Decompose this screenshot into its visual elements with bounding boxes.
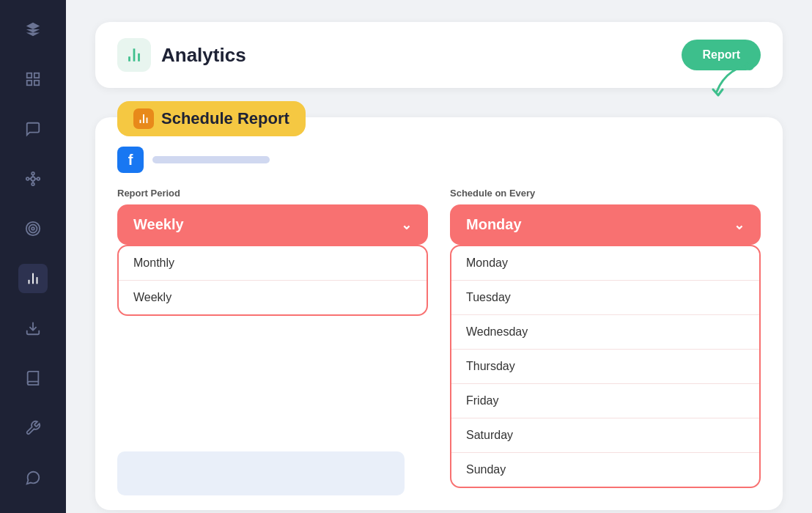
sidebar-item-support[interactable] — [18, 463, 48, 492]
schedule-header-badge: Schedule Report — [117, 101, 306, 136]
schedule-report-title: Schedule Report — [161, 109, 289, 128]
schedule-list: Monday Tuesday Wednesday Thursday Friday… — [450, 245, 761, 488]
sidebar-item-dashboard[interactable] — [18, 64, 48, 94]
sidebar — [0, 0, 66, 513]
day-option-wednesday[interactable]: Wednesday — [451, 315, 759, 350]
day-option-monday[interactable]: Monday — [451, 246, 759, 281]
svg-point-5 — [26, 177, 29, 180]
sidebar-item-tools[interactable] — [18, 413, 48, 443]
bar-chart-icon — [125, 45, 144, 64]
sidebar-item-target[interactable] — [18, 214, 48, 243]
facebook-icon: f — [117, 147, 144, 173]
analytics-left: Analytics — [117, 38, 246, 72]
report-period-list: Monthly Weekly — [117, 245, 428, 316]
report-period-select[interactable]: Weekly ⌄ — [117, 204, 428, 245]
schedule-on-every-col: Schedule on Every Monday ⌄ Monday Tuesda… — [450, 188, 761, 488]
svg-point-7 — [32, 172, 34, 175]
blue-overlay — [117, 451, 405, 495]
svg-point-6 — [37, 177, 40, 180]
analytics-icon-wrap — [117, 38, 151, 72]
schedule-chevron: ⌄ — [734, 217, 745, 233]
report-period-chevron: ⌄ — [401, 217, 412, 233]
report-period-col: Report Period Weekly ⌄ Monthly Weekly — [117, 188, 428, 316]
facebook-row: f — [117, 147, 761, 173]
main-content: Analytics Report Schedule Report f — [66, 0, 812, 513]
day-option-tuesday[interactable]: Tuesday — [451, 281, 759, 315]
svg-point-8 — [32, 183, 34, 186]
day-option-thursday[interactable]: Thursday — [451, 350, 759, 384]
schedule-label: Schedule on Every — [450, 188, 761, 199]
svg-point-14 — [29, 225, 37, 233]
report-period-label: Report Period — [117, 188, 428, 199]
period-option-weekly[interactable]: Weekly — [119, 281, 427, 314]
sidebar-item-analytics[interactable] — [18, 264, 48, 293]
badge-icon — [133, 108, 154, 129]
day-option-saturday[interactable]: Saturday — [451, 418, 759, 453]
report-period-value: Weekly — [133, 216, 184, 233]
svg-point-15 — [32, 227, 34, 230]
analytics-card: Analytics Report — [95, 22, 783, 88]
svg-rect-3 — [34, 81, 39, 85]
analytics-title: Analytics — [161, 44, 246, 67]
day-option-sunday[interactable]: Sunday — [451, 453, 759, 487]
sidebar-item-chat[interactable] — [18, 114, 48, 144]
sidebar-item-download[interactable] — [18, 314, 48, 343]
svg-rect-2 — [27, 81, 32, 85]
report-button[interactable]: Report — [682, 40, 761, 70]
period-option-monthly[interactable]: Monthly — [119, 246, 427, 281]
sidebar-item-library[interactable] — [18, 363, 48, 393]
svg-point-4 — [31, 177, 35, 181]
sidebar-item-navigation[interactable] — [18, 15, 48, 44]
day-option-friday[interactable]: Friday — [451, 384, 759, 418]
schedule-panel: Schedule Report f Report Period Weekly ⌄… — [95, 117, 783, 510]
schedule-value: Monday — [466, 216, 522, 233]
svg-rect-0 — [27, 73, 32, 78]
schedule-select[interactable]: Monday ⌄ — [450, 204, 761, 245]
svg-rect-1 — [34, 73, 39, 78]
sidebar-item-network[interactable] — [18, 164, 48, 193]
dropdowns-row: Report Period Weekly ⌄ Monthly Weekly Sc… — [117, 188, 761, 488]
facebook-bar — [152, 156, 270, 163]
